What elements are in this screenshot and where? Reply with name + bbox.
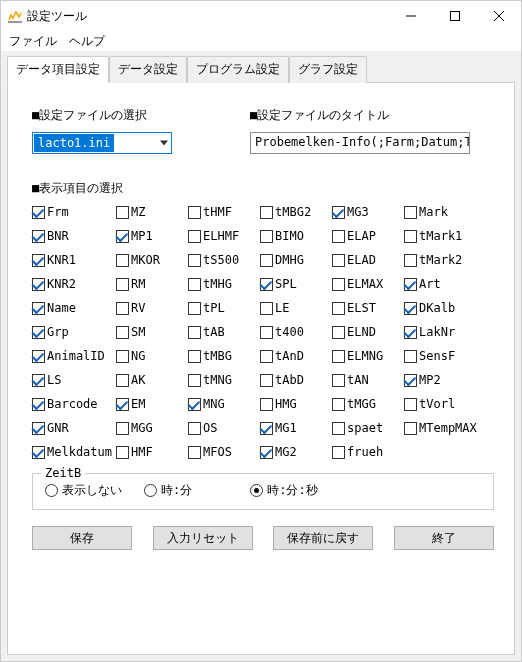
field-checkbox[interactable]: tMGG	[332, 397, 404, 411]
field-checkbox[interactable]: MP2	[404, 373, 480, 387]
field-checkbox[interactable]: MNG	[188, 397, 260, 411]
field-checkbox[interactable]: GNR	[32, 421, 116, 435]
field-checkbox[interactable]: KNR2	[32, 277, 116, 291]
checkbox-label: AnimalID	[47, 349, 105, 363]
checkbox-icon	[188, 398, 201, 411]
field-checkbox[interactable]: tAN	[332, 373, 404, 387]
field-checkbox[interactable]: AK	[116, 373, 188, 387]
checkbox-label: spaet	[347, 421, 383, 435]
tab-data-items[interactable]: データ項目設定	[7, 56, 109, 83]
field-checkbox[interactable]: MFOS	[188, 445, 260, 459]
field-checkbox[interactable]: tMNG	[188, 373, 260, 387]
field-checkbox[interactable]: MZ	[116, 205, 188, 219]
field-checkbox[interactable]: spaet	[332, 421, 404, 435]
settings-title-field[interactable]: Probemelken-Info(;Farm;Datum;Tie	[250, 132, 470, 154]
checkbox-label: tMBG	[203, 349, 232, 363]
checkbox-label: ELST	[347, 301, 376, 315]
checkbox-icon	[116, 278, 129, 291]
reset-button[interactable]: 入力リセット	[153, 526, 253, 550]
field-checkbox[interactable]: SM	[116, 325, 188, 339]
field-checkbox[interactable]: Barcode	[32, 397, 116, 411]
settings-file-combo[interactable]: lacto1.ini	[32, 132, 172, 154]
field-checkbox[interactable]: EM	[116, 397, 188, 411]
field-checkbox[interactable]: HMG	[260, 397, 332, 411]
menu-help[interactable]: ヘルプ	[69, 33, 105, 50]
zeitb-option[interactable]: 時:分	[144, 482, 192, 499]
field-checkbox[interactable]: NG	[116, 349, 188, 363]
field-checkbox[interactable]: Name	[32, 301, 116, 315]
field-checkbox[interactable]: LE	[260, 301, 332, 315]
field-checkbox[interactable]: tMark2	[404, 253, 480, 267]
field-checkbox[interactable]: Art	[404, 277, 480, 291]
field-checkbox[interactable]: frueh	[332, 445, 404, 459]
checkbox-icon	[32, 446, 45, 459]
save-button[interactable]: 保存	[32, 526, 132, 550]
field-checkbox[interactable]: MG2	[260, 445, 332, 459]
checkbox-icon	[332, 278, 345, 291]
minimize-button[interactable]	[389, 1, 433, 31]
field-checkbox[interactable]: tAB	[188, 325, 260, 339]
field-checkbox[interactable]: DMHG	[260, 253, 332, 267]
tab-graph[interactable]: グラフ設定	[289, 56, 367, 83]
field-checkbox[interactable]: tPL	[188, 301, 260, 315]
field-checkbox[interactable]: MP1	[116, 229, 188, 243]
field-checkbox[interactable]: tMBG2	[260, 205, 332, 219]
field-checkbox[interactable]: LS	[32, 373, 116, 387]
checkbox-icon	[116, 302, 129, 315]
field-checkbox[interactable]: KNR1	[32, 253, 116, 267]
tabpanel-data-items: ■設定ファイルの選択 lacto1.ini ■設定ファイルのタイトル Probe…	[7, 82, 515, 655]
field-checkbox[interactable]: OS	[188, 421, 260, 435]
checkbox-icon	[32, 326, 45, 339]
field-checkbox[interactable]: AnimalID	[32, 349, 116, 363]
checkbox-label: OS	[203, 421, 217, 435]
tab-data[interactable]: データ設定	[109, 56, 187, 83]
field-checkbox[interactable]: tMark1	[404, 229, 480, 243]
checkbox-icon	[260, 206, 273, 219]
field-checkbox[interactable]: MG3	[332, 205, 404, 219]
field-checkbox[interactable]: SPL	[260, 277, 332, 291]
checkbox-label: AK	[131, 373, 145, 387]
tab-program[interactable]: プログラム設定	[187, 56, 289, 83]
field-checkbox[interactable]: tVorl	[404, 397, 480, 411]
zeitb-option[interactable]: 時:分:秒	[250, 482, 317, 499]
field-checkbox[interactable]: tAbD	[260, 373, 332, 387]
field-checkbox[interactable]: RM	[116, 277, 188, 291]
field-checkbox[interactable]: ELND	[332, 325, 404, 339]
checkbox-label: tS500	[203, 253, 239, 267]
zeitb-option[interactable]: 表示しない	[45, 482, 122, 499]
close-settings-button[interactable]: 終了	[394, 526, 494, 550]
field-checkbox[interactable]: BNR	[32, 229, 116, 243]
field-checkbox[interactable]: ELMAX	[332, 277, 404, 291]
field-checkbox[interactable]: Grp	[32, 325, 116, 339]
field-checkbox[interactable]: Mark	[404, 205, 480, 219]
field-checkbox[interactable]: RV	[116, 301, 188, 315]
field-checkbox[interactable]: tAnD	[260, 349, 332, 363]
field-checkbox[interactable]: ELAP	[332, 229, 404, 243]
field-checkbox[interactable]: LakNr	[404, 325, 480, 339]
field-checkbox[interactable]: MG1	[260, 421, 332, 435]
checkbox-icon	[260, 230, 273, 243]
field-checkbox[interactable]: DKalb	[404, 301, 480, 315]
field-checkbox[interactable]: MGG	[116, 421, 188, 435]
revert-button[interactable]: 保存前に戻す	[273, 526, 373, 550]
field-checkbox[interactable]: Melkdatum	[32, 445, 116, 459]
field-checkbox[interactable]: MKOR	[116, 253, 188, 267]
field-checkbox[interactable]: tS500	[188, 253, 260, 267]
field-checkbox[interactable]: SensF	[404, 349, 480, 363]
field-checkbox[interactable]: ELST	[332, 301, 404, 315]
field-checkbox[interactable]: tHMF	[188, 205, 260, 219]
field-checkbox[interactable]: Frm	[32, 205, 116, 219]
field-checkbox[interactable]: BIMO	[260, 229, 332, 243]
field-checkbox[interactable]: HMF	[116, 445, 188, 459]
field-checkbox[interactable]: tMBG	[188, 349, 260, 363]
checkbox-label: KNR2	[47, 277, 76, 291]
field-checkbox[interactable]: t400	[260, 325, 332, 339]
close-button[interactable]	[477, 1, 521, 31]
field-checkbox[interactable]: ELHMF	[188, 229, 260, 243]
field-checkbox[interactable]: ELAD	[332, 253, 404, 267]
menu-file[interactable]: ファイル	[9, 33, 57, 50]
maximize-button[interactable]	[433, 1, 477, 31]
field-checkbox[interactable]: MTempMAX	[404, 421, 480, 435]
field-checkbox[interactable]: ELMNG	[332, 349, 404, 363]
field-checkbox[interactable]: tMHG	[188, 277, 260, 291]
